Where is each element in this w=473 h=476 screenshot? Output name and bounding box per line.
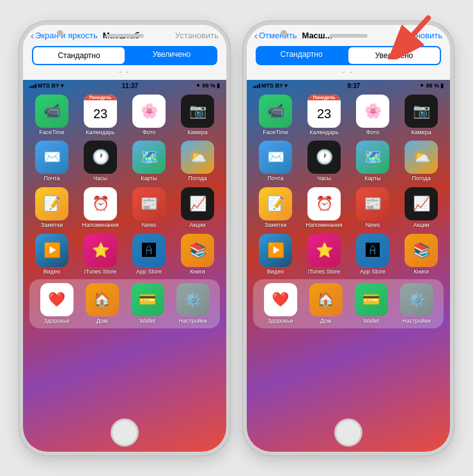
app-item-mail[interactable]: ✉️Почта — [29, 141, 74, 182]
settings-back-button[interactable]: ‹Экран и яркость — [31, 30, 98, 41]
phone-0: ‹Экран и яркостьМасштабУстановитьСтандар… — [19, 21, 230, 456]
phone-camera-dot — [57, 30, 63, 36]
app-item-stocks[interactable]: 📈Акции — [175, 187, 220, 229]
dock-label-wallet: Wallet — [363, 318, 379, 325]
status-time: 11:37 — [121, 82, 138, 89]
app-label-news: News — [142, 222, 157, 229]
dock-icon-home: 🏠 — [309, 283, 343, 316]
dock-item-health[interactable]: ❤️Здоровье — [36, 283, 77, 325]
app-item-clock[interactable]: 🕐Часы — [78, 141, 123, 182]
dock-icon-health: ❤️ — [264, 283, 297, 316]
signal-bar-1 — [29, 86, 31, 88]
cal-header: Понедель — [307, 95, 341, 100]
app-item-video[interactable]: ▶️Видео — [29, 234, 74, 275]
app-item-weather[interactable]: ⛅Погода — [399, 141, 444, 182]
app-item-appstore[interactable]: 🅰App Store — [350, 234, 395, 275]
app-icon-video: ▶️ — [35, 234, 68, 267]
status-left: MTS BY ▾ — [29, 82, 64, 89]
app-item-books[interactable]: 📚Книги — [175, 234, 220, 275]
signal-bar-3 — [33, 85, 35, 88]
dock-item-home[interactable]: 🏠Дом — [305, 283, 346, 325]
app-item-books[interactable]: 📚Книги — [399, 234, 444, 275]
app-icon-reminders: ⏰ — [84, 187, 117, 220]
status-right: ✦ 88 % ▮ — [419, 82, 444, 89]
app-item-maps[interactable]: 🗺️Карты — [350, 141, 395, 182]
app-label-facetime: FaceTime — [263, 130, 288, 136]
dock-item-wallet[interactable]: 💳Wallet — [350, 283, 392, 325]
cal-day: 23 — [93, 100, 107, 128]
app-item-photos[interactable]: 🌸Фото — [127, 95, 171, 136]
dock-icon-settings: ⚙️ — [176, 283, 210, 316]
ios-screen: MTS BY ▾ 9:37 ✦ 88 % ▮ 📹FaceTime Понедел… — [247, 80, 450, 452]
signal-bar-3 — [257, 85, 258, 88]
back-label: Отменить — [259, 31, 297, 40]
app-item-calendar[interactable]: Понедель 23 Календарь — [78, 95, 123, 136]
cal-header: Понедель — [84, 95, 117, 100]
dock-icon-wallet: 💳 — [131, 283, 164, 316]
app-item-mail[interactable]: ✉️Почта — [253, 141, 298, 182]
app-label-books: Книги — [190, 269, 205, 275]
app-icon-notes: 📝 — [259, 187, 292, 220]
app-label-stocks: Акции — [189, 222, 205, 229]
dock-item-home[interactable]: 🏠Дом — [81, 283, 123, 325]
app-label-video: Видео — [43, 269, 60, 275]
battery-percentage: 88 % — [202, 82, 215, 89]
app-item-appstore[interactable]: 🅰App Store — [127, 234, 171, 275]
app-item-clock[interactable]: 🕐Часы — [302, 141, 346, 182]
app-item-itunes[interactable]: ⭐iTunes Store — [78, 234, 123, 275]
app-icon-mail: ✉️ — [259, 141, 292, 174]
app-item-reminders[interactable]: ⏰Напоминания — [78, 187, 123, 229]
calendar-icon-inner: Понедель 23 — [84, 95, 117, 128]
app-item-notes[interactable]: 📝Заметки — [253, 187, 298, 229]
dock-item-settings[interactable]: ⚙️Настройки — [396, 283, 437, 325]
ios-screen: MTS BY ▾ 11:37 ✦ 88 % ▮ 📹FaceTime Понеде… — [23, 80, 226, 452]
app-label-mail: Почта — [268, 176, 284, 182]
app-icon-weather: ⛅ — [181, 141, 214, 174]
settings-title: Масш... — [302, 31, 332, 40]
app-label-notes: Заметки — [265, 222, 286, 229]
app-icon-books: 📚 — [405, 234, 438, 267]
app-icon-camera: 📷 — [181, 95, 214, 128]
app-item-calendar[interactable]: Понедель 23 Календарь — [302, 95, 346, 136]
app-item-video[interactable]: ▶️Видео — [253, 234, 298, 275]
app-item-facetime[interactable]: 📹FaceTime — [253, 95, 298, 136]
dock-item-health[interactable]: ❤️Здоровье — [260, 283, 301, 325]
settings-action-button[interactable]: Установить — [399, 31, 442, 40]
app-item-stocks[interactable]: 📈Акции — [399, 187, 444, 229]
app-item-news[interactable]: 📰News — [127, 187, 171, 229]
app-item-camera[interactable]: 📷Камера — [175, 95, 220, 136]
segment-enlarged[interactable]: Увеличено — [126, 46, 217, 65]
back-label: Экран и яркость — [35, 31, 98, 40]
app-label-itunes: iTunes Store — [84, 269, 117, 275]
segment-standard[interactable]: Стандартно — [33, 47, 125, 64]
settings-action-button[interactable]: Установить — [175, 31, 219, 40]
app-item-weather[interactable]: ⛅Погода — [175, 141, 220, 182]
app-label-clock: Часы — [317, 176, 331, 182]
app-icon-camera: 📷 — [405, 95, 438, 128]
app-item-photos[interactable]: 🌸Фото — [350, 95, 395, 136]
app-icon-appstore: 🅰 — [132, 234, 166, 267]
app-item-facetime[interactable]: 📹FaceTime — [29, 95, 74, 136]
app-icon-reminders: ⏰ — [307, 187, 341, 220]
signal-bars — [253, 83, 260, 88]
app-item-maps[interactable]: 🗺️Карты — [127, 141, 171, 182]
home-button[interactable] — [334, 418, 362, 447]
app-item-notes[interactable]: 📝Заметки — [29, 187, 74, 229]
app-item-reminders[interactable]: ⏰Напоминания — [302, 187, 346, 229]
dock: ❤️Здоровье🏠Дом💳Wallet⚙️Настройки — [29, 279, 220, 328]
app-item-news[interactable]: 📰News — [350, 187, 395, 229]
settings-back-button[interactable]: ‹Отменить — [254, 30, 297, 41]
dock-item-wallet[interactable]: 💳Wallet — [127, 283, 168, 325]
segment-standard[interactable]: Стандартно — [256, 46, 347, 65]
app-icon-maps: 🗺️ — [132, 141, 166, 174]
dock-item-settings[interactable]: ⚙️Настройки — [172, 283, 213, 325]
app-icon-itunes: ⭐ — [307, 234, 341, 267]
app-label-facetime: FaceTime — [39, 130, 65, 136]
app-item-itunes[interactable]: ⭐iTunes Store — [302, 234, 346, 275]
app-label-video: Видео — [267, 269, 284, 275]
home-button[interactable] — [111, 418, 139, 447]
page-dots: • • — [31, 69, 219, 75]
app-icon-appstore: 🅰 — [356, 234, 389, 267]
app-item-camera[interactable]: 📷Камера — [399, 95, 444, 136]
segment-enlarged[interactable]: Увеличено — [348, 47, 440, 64]
